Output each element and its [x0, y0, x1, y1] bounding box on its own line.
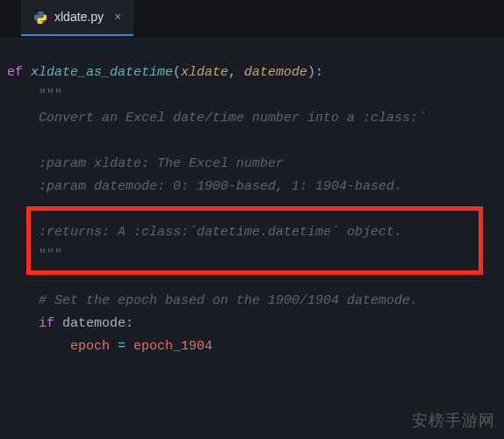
code-line: :param datemode: 0: 1900-based, 1: 1904-…	[0, 176, 504, 198]
tab-xldate[interactable]: xldate.py ×	[21, 0, 133, 36]
docstring-summary: Convert an Excel date/time number into a…	[7, 108, 426, 129]
docstring-open: """	[7, 85, 62, 106]
doc-param1: xldate: The Excel number	[86, 154, 284, 175]
code-line: :returns: A :class:`datetime.datetime` o…	[0, 221, 504, 244]
code-line: # Set the epoch based on the 1900/1904 d…	[0, 290, 504, 313]
code-line: """	[0, 244, 504, 267]
keyword-def: ef	[7, 62, 31, 83]
code-line: :param xldate: The Excel number	[0, 153, 504, 176]
doc-returns-key: :returns:	[39, 222, 110, 243]
close-icon[interactable]: ×	[114, 7, 121, 26]
doc-param-key: :param	[39, 176, 86, 198]
code-line-blank	[0, 130, 504, 153]
comment: # Set the epoch based on the 1900/1904 d…	[7, 291, 418, 312]
docstring-close: """	[7, 245, 62, 266]
code-line: """	[0, 84, 504, 107]
code-editor[interactable]: ef xldate_as_datetime(xldate, datemode):…	[0, 37, 504, 358]
python-file-icon	[33, 11, 47, 25]
keyword-if: if	[39, 313, 54, 335]
param-xldate: xldate	[181, 62, 228, 83]
code-line: epoch = epoch_1904	[0, 335, 504, 358]
function-name: xldate_as_datetime	[31, 62, 173, 83]
tab-bar: xldate.py ×	[0, 0, 504, 37]
code-line: if datemode:	[0, 313, 504, 335]
var-epoch-1904: epoch_1904	[133, 336, 212, 357]
watermark: 安榜手游网	[412, 408, 495, 434]
tab-filename: xldate.py	[54, 7, 104, 26]
var-epoch: epoch	[70, 336, 110, 357]
doc-param-key: :param	[39, 154, 86, 175]
doc-returns: A :class:`datetime.datetime` object.	[110, 222, 402, 243]
code-line: Convert an Excel date/time number into a…	[0, 107, 504, 130]
code-line-blank	[0, 198, 504, 221]
param-datemode: datemode	[244, 62, 307, 83]
code-line: ef xldate_as_datetime(xldate, datemode):	[0, 61, 504, 84]
code-line-blank	[0, 267, 504, 290]
doc-param2: datemode: 0: 1900-based, 1: 1904-based.	[86, 176, 402, 198]
